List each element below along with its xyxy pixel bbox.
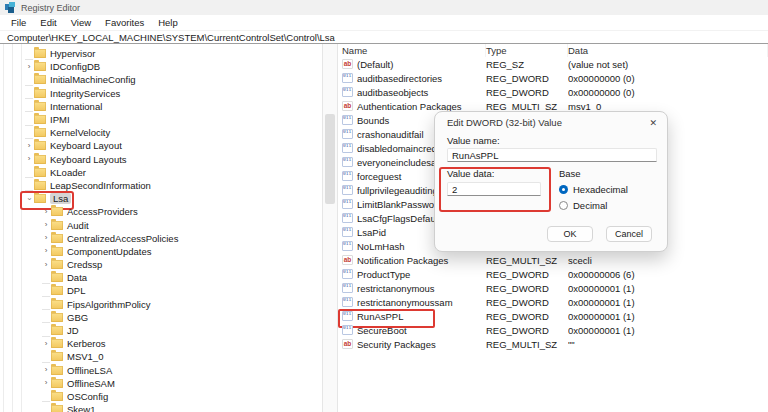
- tree-item-lsa[interactable]: ›Lsa: [0, 192, 322, 205]
- tree-item-osconfig[interactable]: OSConfig: [0, 390, 322, 403]
- chevron-right-icon[interactable]: ›: [24, 62, 34, 72]
- tree-item-jd[interactable]: JD: [0, 324, 322, 337]
- registry-value-row[interactable]: abSecurity PackagesREG_MULTI_SZ"": [338, 337, 768, 351]
- value-data-cell: (value not set): [568, 59, 768, 70]
- tree-scrollbar-thumb[interactable]: [325, 114, 335, 204]
- tree-item-gbg[interactable]: GBG: [0, 311, 322, 324]
- value-data-cell: 0x00000000 (0): [568, 73, 768, 84]
- folder-icon: [34, 102, 46, 111]
- registry-value-row[interactable]: 011110ProductTypeREG_DWORD0x00000006 (6): [338, 267, 768, 281]
- registry-value-row[interactable]: 011110SecureBootREG_DWORD0x00000001 (1): [338, 323, 768, 337]
- base-option-decimal[interactable]: Decimal: [559, 200, 628, 211]
- tree-item-keyboard-layout[interactable]: ›Keyboard Layout: [0, 139, 322, 152]
- folder-icon: [51, 339, 63, 348]
- chevron-right-icon[interactable]: ›: [24, 141, 34, 151]
- tree-item-centralizedaccesspolicies[interactable]: ›CentralizedAccessPolicies: [0, 232, 322, 245]
- dword-value-icon: 011110: [342, 157, 353, 167]
- tree-item-offlinesam[interactable]: ›OfflineSAM: [0, 377, 322, 390]
- tree-item-accessproviders[interactable]: ›AccessProviders: [0, 205, 322, 218]
- folder-icon: [34, 168, 46, 177]
- tree-item-label: IDConfigDB: [50, 61, 100, 72]
- tree-item-msv1-0[interactable]: MSV1_0: [0, 350, 322, 363]
- chevron-right-icon[interactable]: ›: [41, 260, 51, 270]
- base-option-hexadecimal[interactable]: Hexadecimal: [559, 184, 628, 195]
- tree-item-kloader[interactable]: KLoader: [0, 166, 322, 179]
- folder-icon: [51, 247, 63, 256]
- value-data-cell: 0x00000006 (6): [568, 269, 768, 280]
- tree-item-hypervisor[interactable]: Hypervisor: [0, 47, 322, 60]
- tree-item-label: LeapSecondInformation: [50, 180, 151, 191]
- menu-item-favorites[interactable]: Favorites: [98, 17, 151, 28]
- tree-item-idconfigdb[interactable]: ›IDConfigDB: [0, 60, 322, 73]
- chevron-right-icon[interactable]: ›: [24, 154, 34, 164]
- folder-icon: [51, 352, 63, 361]
- tree-item-label: Hypervisor: [50, 48, 95, 59]
- menu-item-edit[interactable]: Edit: [33, 17, 63, 28]
- dword-value-icon: 011110: [342, 143, 353, 153]
- tree-item-skew1[interactable]: Skew1: [0, 403, 322, 412]
- tree-item-componentupdates[interactable]: ›ComponentUpdates: [0, 245, 322, 258]
- value-data-cell: 0x00000001 (1): [568, 283, 768, 294]
- value-name-field[interactable]: [447, 148, 657, 162]
- value-data-field[interactable]: [447, 182, 541, 196]
- close-icon[interactable]: ✕: [649, 118, 657, 128]
- registry-value-row[interactable]: 011110restrictanonymoussamREG_DWORD0x000…: [338, 295, 768, 309]
- chevron-right-icon[interactable]: ›: [41, 233, 51, 243]
- value-data-cell: 0x00000001 (1): [568, 311, 768, 322]
- dword-value-icon: 011110: [342, 87, 353, 97]
- tree-item-initialmachineconfig[interactable]: InitialMachineConfig: [0, 73, 322, 86]
- column-header-type[interactable]: Type: [486, 44, 568, 57]
- registry-value-row[interactable]: 011110restrictanonymousREG_DWORD0x000000…: [338, 281, 768, 295]
- registry-value-row[interactable]: 011110auditbasedirectoriesREG_DWORD0x000…: [338, 71, 768, 85]
- base-options: HexadecimalDecimal: [559, 184, 628, 211]
- tree-item-dpl[interactable]: DPL: [0, 284, 322, 297]
- registry-value-row[interactable]: 011110auditbaseobjectsREG_DWORD0x0000000…: [338, 85, 768, 99]
- radio-label: Hexadecimal: [573, 184, 628, 195]
- tree-item-label: InitialMachineConfig: [50, 74, 136, 85]
- menu-item-view[interactable]: View: [64, 17, 98, 28]
- ok-button[interactable]: OK: [547, 226, 593, 242]
- tree-item-keyboard-layouts[interactable]: ›Keyboard Layouts: [0, 153, 322, 166]
- registry-value-row[interactable]: abNotification PackagesREG_MULTI_SZscecl…: [338, 253, 768, 267]
- tree-item-kernelvelocity[interactable]: KernelVelocity: [0, 126, 322, 139]
- chevron-right-icon[interactable]: ›: [41, 339, 51, 349]
- chevron-right-icon[interactable]: ›: [41, 365, 51, 375]
- chevron-right-icon[interactable]: ›: [41, 207, 51, 217]
- value-name-cell: abNotification Packages: [338, 255, 486, 266]
- column-header-name[interactable]: Name: [338, 44, 486, 57]
- value-type-cell: REG_DWORD: [486, 73, 568, 84]
- address-bar[interactable]: Computer\HKEY_LOCAL_MACHINE\SYSTEM\Curre…: [0, 30, 768, 44]
- tree-item-ipmi[interactable]: IPMI: [0, 113, 322, 126]
- chevron-down-icon[interactable]: ›: [24, 194, 34, 204]
- folder-icon: [34, 115, 46, 124]
- tree-scrollbar[interactable]: [322, 44, 338, 412]
- cancel-button[interactable]: Cancel: [606, 226, 652, 242]
- value-name-cell: 011110restrictanonymous: [338, 283, 486, 294]
- value-data-cell: 0x00000001 (1): [568, 325, 768, 336]
- tree-item-label: Skew1: [67, 404, 96, 412]
- tree-item-offlinelsa[interactable]: ›OfflineLSA: [0, 364, 322, 377]
- chevron-right-icon[interactable]: ›: [41, 246, 51, 256]
- tree-item-international[interactable]: International: [0, 100, 322, 113]
- radio-selected-icon[interactable]: [559, 185, 568, 194]
- dword-value-icon: 011110: [342, 185, 353, 195]
- tree-item-label: Keyboard Layout: [50, 140, 122, 151]
- menu-item-help[interactable]: Help: [151, 17, 185, 28]
- folder-icon: [51, 366, 63, 375]
- registry-value-row[interactable]: 011110RunAsPPLREG_DWORD0x00000001 (1): [338, 309, 768, 323]
- tree-item-credssp[interactable]: ›Credssp: [0, 258, 322, 271]
- tree-item-data[interactable]: Data: [0, 271, 322, 284]
- tree-item-fipsalgorithmpolicy[interactable]: FipsAlgorithmPolicy: [0, 298, 322, 311]
- radio-unselected-icon[interactable]: [559, 201, 568, 210]
- tree-item-audit[interactable]: ›Audit: [0, 218, 322, 231]
- menu-item-file[interactable]: File: [4, 17, 33, 28]
- column-header-data[interactable]: Data: [568, 44, 768, 57]
- registry-value-row[interactable]: ab(Default)REG_SZ(value not set): [338, 57, 768, 71]
- tree-item-integrityservices[interactable]: IntegrityServices: [0, 87, 322, 100]
- tree-item-leapsecondinformation[interactable]: LeapSecondInformation: [0, 179, 322, 192]
- value-name-cell: 011110restrictanonymoussam: [338, 297, 486, 308]
- chevron-right-icon[interactable]: ›: [41, 220, 51, 230]
- tree-item-kerberos[interactable]: ›Kerberos: [0, 337, 322, 350]
- tree-item-label: KLoader: [50, 167, 86, 178]
- chevron-right-icon[interactable]: ›: [41, 378, 51, 388]
